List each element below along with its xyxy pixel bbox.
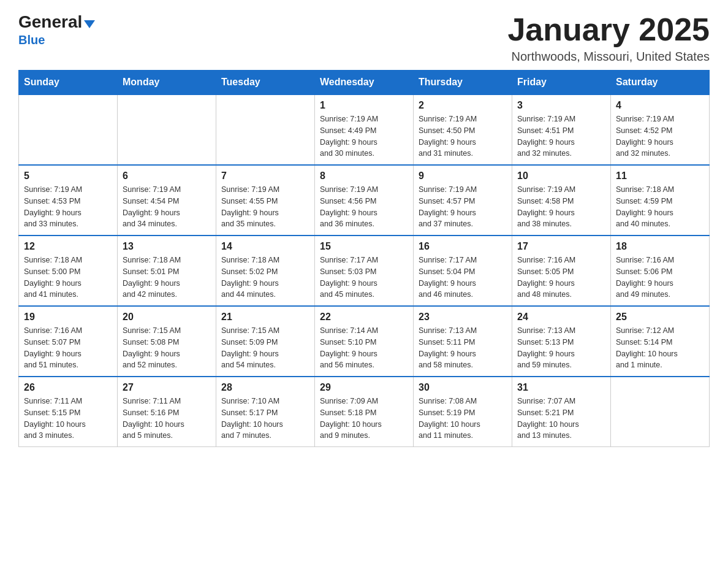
day-number: 6 <box>123 170 211 182</box>
calendar-week-row: 26Sunrise: 7:11 AMSunset: 5:15 PMDayligh… <box>19 377 710 447</box>
day-number: 10 <box>517 170 605 182</box>
calendar-cell: 25Sunrise: 7:12 AMSunset: 5:14 PMDayligh… <box>611 306 710 377</box>
day-info: Sunrise: 7:17 AMSunset: 5:03 PMDaylight:… <box>320 255 408 301</box>
day-info: Sunrise: 7:18 AMSunset: 5:01 PMDaylight:… <box>123 255 211 301</box>
calendar-cell: 16Sunrise: 7:17 AMSunset: 5:04 PMDayligh… <box>414 236 512 306</box>
title-block: January 2025 Northwoods, Missouri, Unite… <box>507 12 710 64</box>
month-title: January 2025 <box>507 12 710 47</box>
calendar-cell: 7Sunrise: 7:19 AMSunset: 4:55 PMDaylight… <box>216 165 315 236</box>
day-info: Sunrise: 7:19 AMSunset: 4:49 PMDaylight:… <box>320 113 408 159</box>
day-info: Sunrise: 7:12 AMSunset: 5:14 PMDaylight:… <box>616 325 704 371</box>
day-number: 19 <box>24 312 112 323</box>
calendar-cell: 2Sunrise: 7:19 AMSunset: 4:50 PMDaylight… <box>414 94 512 165</box>
calendar-cell: 6Sunrise: 7:19 AMSunset: 4:54 PMDaylight… <box>118 165 216 236</box>
calendar-cell: 15Sunrise: 7:17 AMSunset: 5:03 PMDayligh… <box>315 236 414 306</box>
day-info: Sunrise: 7:10 AMSunset: 5:17 PMDaylight:… <box>221 396 309 442</box>
day-number: 14 <box>221 241 309 252</box>
day-info: Sunrise: 7:19 AMSunset: 4:52 PMDaylight:… <box>616 113 704 159</box>
day-number: 23 <box>419 312 507 323</box>
weekday-header-row: SundayMondayTuesdayWednesdayThursdayFrid… <box>19 71 710 95</box>
day-info: Sunrise: 7:19 AMSunset: 4:58 PMDaylight:… <box>517 184 605 230</box>
calendar-cell: 19Sunrise: 7:16 AMSunset: 5:07 PMDayligh… <box>19 306 118 377</box>
calendar-cell: 4Sunrise: 7:19 AMSunset: 4:52 PMDaylight… <box>611 94 710 165</box>
calendar-table: SundayMondayTuesdayWednesdayThursdayFrid… <box>18 70 710 447</box>
day-number: 2 <box>419 100 507 111</box>
calendar-cell: 10Sunrise: 7:19 AMSunset: 4:58 PMDayligh… <box>512 165 611 236</box>
day-info: Sunrise: 7:18 AMSunset: 4:59 PMDaylight:… <box>616 184 704 230</box>
day-number: 4 <box>616 100 704 111</box>
logo-triangle-icon <box>84 20 95 28</box>
logo: General Blue <box>18 12 95 47</box>
day-info: Sunrise: 7:07 AMSunset: 5:21 PMDaylight:… <box>517 396 605 442</box>
calendar-cell: 30Sunrise: 7:08 AMSunset: 5:19 PMDayligh… <box>414 377 512 447</box>
day-number: 30 <box>419 382 507 393</box>
calendar-cell <box>216 94 315 165</box>
calendar-cell: 3Sunrise: 7:19 AMSunset: 4:51 PMDaylight… <box>512 94 611 165</box>
weekday-header-wednesday: Wednesday <box>315 71 414 95</box>
weekday-header-sunday: Sunday <box>19 71 118 95</box>
day-number: 8 <box>320 170 408 182</box>
calendar-cell: 12Sunrise: 7:18 AMSunset: 5:00 PMDayligh… <box>19 236 118 306</box>
day-info: Sunrise: 7:11 AMSunset: 5:16 PMDaylight:… <box>123 396 211 442</box>
day-number: 26 <box>24 382 112 393</box>
calendar-cell <box>611 377 710 447</box>
day-info: Sunrise: 7:16 AMSunset: 5:07 PMDaylight:… <box>24 325 112 371</box>
day-number: 7 <box>221 170 309 182</box>
day-number: 12 <box>24 241 112 252</box>
calendar-cell: 5Sunrise: 7:19 AMSunset: 4:53 PMDaylight… <box>19 165 118 236</box>
calendar-cell: 9Sunrise: 7:19 AMSunset: 4:57 PMDaylight… <box>414 165 512 236</box>
day-info: Sunrise: 7:17 AMSunset: 5:04 PMDaylight:… <box>419 255 507 301</box>
day-number: 5 <box>24 170 112 182</box>
calendar-cell: 20Sunrise: 7:15 AMSunset: 5:08 PMDayligh… <box>118 306 216 377</box>
calendar-week-row: 12Sunrise: 7:18 AMSunset: 5:00 PMDayligh… <box>19 236 710 306</box>
day-info: Sunrise: 7:19 AMSunset: 4:51 PMDaylight:… <box>517 113 605 159</box>
calendar-week-row: 1Sunrise: 7:19 AMSunset: 4:49 PMDaylight… <box>19 94 710 165</box>
day-info: Sunrise: 7:11 AMSunset: 5:15 PMDaylight:… <box>24 396 112 442</box>
weekday-header-friday: Friday <box>512 71 611 95</box>
day-info: Sunrise: 7:16 AMSunset: 5:06 PMDaylight:… <box>616 255 704 301</box>
page-header: General Blue January 2025 Northwoods, Mi… <box>18 12 710 64</box>
weekday-header-monday: Monday <box>118 71 216 95</box>
day-info: Sunrise: 7:19 AMSunset: 4:55 PMDaylight:… <box>221 184 309 230</box>
calendar-cell: 24Sunrise: 7:13 AMSunset: 5:13 PMDayligh… <box>512 306 611 377</box>
day-info: Sunrise: 7:15 AMSunset: 5:08 PMDaylight:… <box>123 325 211 371</box>
day-number: 17 <box>517 241 605 252</box>
day-number: 1 <box>320 100 408 111</box>
day-number: 22 <box>320 312 408 323</box>
day-info: Sunrise: 7:19 AMSunset: 4:53 PMDaylight:… <box>24 184 112 230</box>
calendar-cell: 17Sunrise: 7:16 AMSunset: 5:05 PMDayligh… <box>512 236 611 306</box>
day-number: 15 <box>320 241 408 252</box>
day-number: 20 <box>123 312 211 323</box>
day-info: Sunrise: 7:08 AMSunset: 5:19 PMDaylight:… <box>419 396 507 442</box>
day-info: Sunrise: 7:13 AMSunset: 5:13 PMDaylight:… <box>517 325 605 371</box>
weekday-header-thursday: Thursday <box>414 71 512 95</box>
day-number: 29 <box>320 382 408 393</box>
day-info: Sunrise: 7:19 AMSunset: 4:56 PMDaylight:… <box>320 184 408 230</box>
calendar-cell: 29Sunrise: 7:09 AMSunset: 5:18 PMDayligh… <box>315 377 414 447</box>
logo-blue: Blue <box>18 33 45 47</box>
calendar-cell <box>19 94 118 165</box>
day-number: 18 <box>616 241 704 252</box>
calendar-header: SundayMondayTuesdayWednesdayThursdayFrid… <box>19 71 710 95</box>
day-info: Sunrise: 7:09 AMSunset: 5:18 PMDaylight:… <box>320 396 408 442</box>
calendar-cell: 27Sunrise: 7:11 AMSunset: 5:16 PMDayligh… <box>118 377 216 447</box>
calendar-cell: 28Sunrise: 7:10 AMSunset: 5:17 PMDayligh… <box>216 377 315 447</box>
day-number: 27 <box>123 382 211 393</box>
day-number: 24 <box>517 312 605 323</box>
day-number: 21 <box>221 312 309 323</box>
day-info: Sunrise: 7:18 AMSunset: 5:00 PMDaylight:… <box>24 255 112 301</box>
logo-general: General <box>18 12 82 32</box>
calendar-cell: 22Sunrise: 7:14 AMSunset: 5:10 PMDayligh… <box>315 306 414 377</box>
day-info: Sunrise: 7:18 AMSunset: 5:02 PMDaylight:… <box>221 255 309 301</box>
calendar-cell: 18Sunrise: 7:16 AMSunset: 5:06 PMDayligh… <box>611 236 710 306</box>
weekday-header-saturday: Saturday <box>611 71 710 95</box>
calendar-body: 1Sunrise: 7:19 AMSunset: 4:49 PMDaylight… <box>19 94 710 447</box>
calendar-cell: 1Sunrise: 7:19 AMSunset: 4:49 PMDaylight… <box>315 94 414 165</box>
day-number: 31 <box>517 382 605 393</box>
calendar-cell: 26Sunrise: 7:11 AMSunset: 5:15 PMDayligh… <box>19 377 118 447</box>
day-info: Sunrise: 7:19 AMSunset: 4:50 PMDaylight:… <box>419 113 507 159</box>
day-number: 13 <box>123 241 211 252</box>
day-info: Sunrise: 7:19 AMSunset: 4:54 PMDaylight:… <box>123 184 211 230</box>
calendar-cell <box>118 94 216 165</box>
calendar-cell: 31Sunrise: 7:07 AMSunset: 5:21 PMDayligh… <box>512 377 611 447</box>
